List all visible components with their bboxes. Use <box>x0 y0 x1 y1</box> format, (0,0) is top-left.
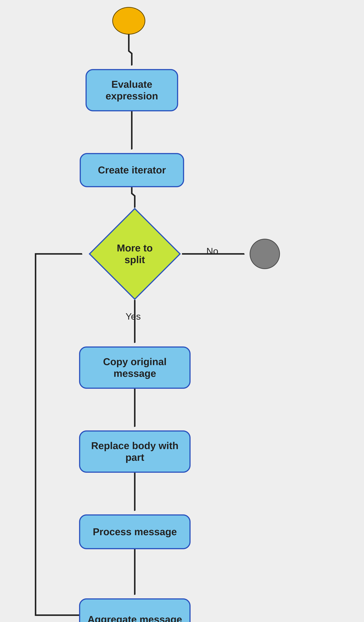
end-node <box>250 239 280 269</box>
edge-iterator-to-decision <box>132 187 135 208</box>
node-process-message: Process message <box>79 514 191 549</box>
edge-start-to-evaluate <box>129 34 132 65</box>
edge-aggregate-loopback <box>36 254 82 615</box>
node-label: More to split <box>89 208 181 300</box>
node-create-iterator: Create iterator <box>80 153 184 187</box>
node-copy-original-message: Copy original message <box>79 347 191 389</box>
node-label: Process message <box>93 526 177 538</box>
node-label: Evaluate expression <box>90 78 173 102</box>
node-label: Aggregate message <box>88 614 182 622</box>
node-label: Create iterator <box>98 164 166 176</box>
node-aggregate-message: Aggregate message <box>79 598 191 622</box>
flowchart-canvas: Evaluate expression Create iterator More… <box>0 0 364 622</box>
node-label: Copy original message <box>84 356 186 379</box>
edge-label-yes: Yes <box>126 311 141 322</box>
node-label: Replace body with part <box>84 440 186 463</box>
node-evaluate-expression: Evaluate expression <box>86 69 178 111</box>
edge-label-no: No <box>206 246 218 256</box>
node-replace-body-with-part: Replace body with part <box>79 430 191 473</box>
start-node <box>113 7 145 34</box>
node-decision-more-to-split: More to split <box>89 208 181 300</box>
